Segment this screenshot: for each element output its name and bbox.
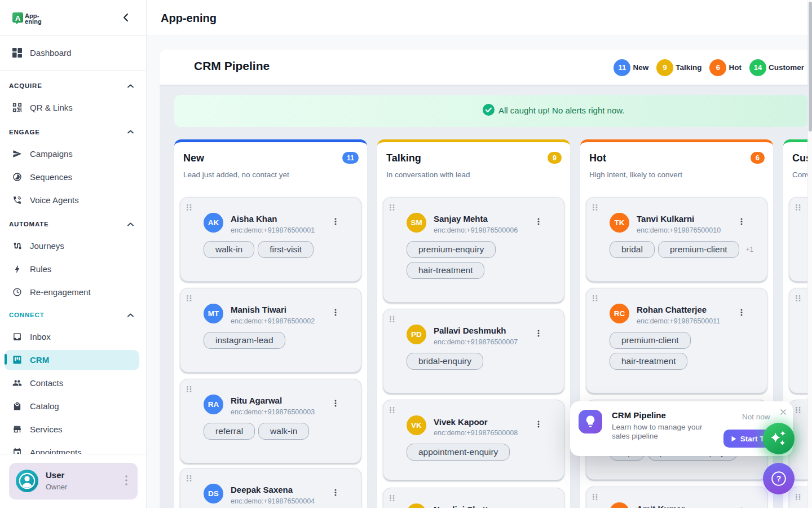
svg-text:?: ? [776,474,782,483]
svg-text:A: A [15,14,21,23]
